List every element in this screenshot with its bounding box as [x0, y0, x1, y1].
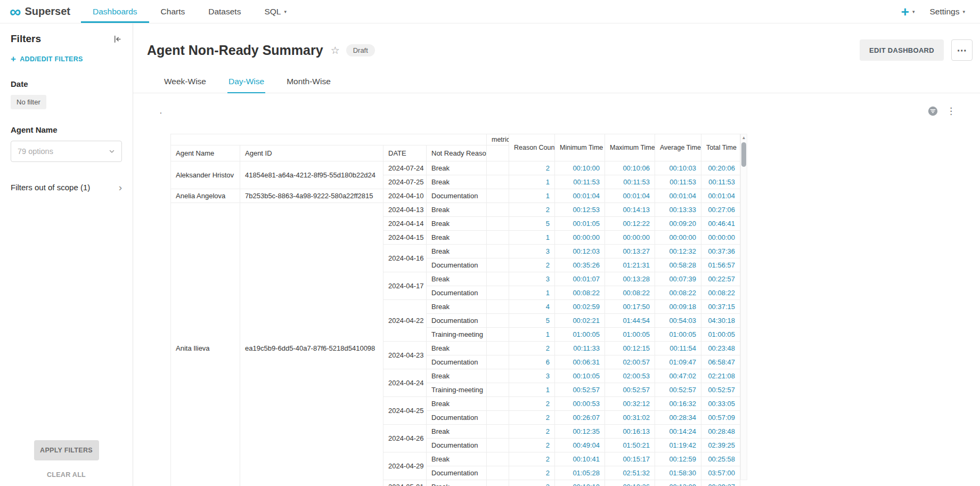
cell-date: 2024-07-25	[383, 175, 427, 189]
column-header-reason-count[interactable]: Reason Count	[509, 134, 555, 161]
cell-metric-spacer	[487, 369, 509, 383]
cell-not-ready-reason: Documentation	[427, 314, 487, 328]
nav-charts[interactable]: Charts	[149, 0, 197, 23]
cell-minimum-time: 00:35:26	[555, 258, 605, 272]
cell-metric-spacer	[487, 480, 509, 486]
cell-metric-spacer	[487, 314, 509, 328]
nav-dashboards-label: Dashboards	[93, 7, 137, 17]
cell-not-ready-reason: Documentation	[427, 439, 487, 452]
caret-down-icon: ▾	[284, 9, 287, 14]
tab-day-wise[interactable]: Day-Wise	[227, 71, 265, 93]
cell-minimum-time: 00:02:59	[555, 300, 605, 314]
add-edit-filters-label: ADD/EDIT FILTERS	[20, 55, 83, 63]
column-header-average-time[interactable]: Average Time	[655, 134, 701, 161]
star-icon[interactable]: ☆	[331, 44, 340, 56]
cell-not-ready-reason: Break	[427, 161, 487, 175]
cell-metric-spacer	[487, 383, 509, 397]
cell-metric-spacer	[487, 425, 509, 439]
scrollbar-thumb[interactable]	[741, 142, 746, 167]
column-header-minimum-time[interactable]: Minimum Time	[555, 134, 605, 161]
cell-total-time: 00:00:00	[701, 231, 740, 245]
cell-reason-count: 2	[509, 397, 555, 411]
column-header-agent-name[interactable]: Agent Name	[171, 145, 240, 161]
cell-minimum-time: 01:05:28	[555, 466, 605, 480]
cell-minimum-time: 00:00:53	[555, 397, 605, 411]
nav-dashboards[interactable]: Dashboards	[81, 0, 149, 23]
cell-total-time: 00:01:04	[701, 189, 740, 203]
settings-menu[interactable]: Settings▾	[929, 7, 965, 17]
cell-date: 2024-05-01	[383, 480, 427, 486]
cell-reason-count: 1	[509, 175, 555, 189]
nav-datasets[interactable]: Datasets	[197, 0, 252, 23]
cell-minimum-time: 00:10:41	[555, 452, 605, 466]
cell-minimum-time: 00:11:53	[555, 175, 605, 189]
scroll-up-icon[interactable]: ▲	[742, 134, 746, 141]
tab-day-wise-label: Day-Wise	[228, 77, 264, 86]
cell-total-time: 04:30:18	[701, 314, 740, 328]
filters-title: Filters	[11, 33, 41, 45]
cell-maximum-time: 00:13:27	[605, 245, 655, 258]
cell-maximum-time: 00:10:26	[605, 480, 655, 486]
collapse-sidebar-icon[interactable]	[113, 35, 122, 44]
agent-name-select[interactable]: 79 options	[11, 141, 122, 162]
cell-not-ready-reason: Break	[427, 342, 487, 355]
apply-filters-button[interactable]: APPLY FILTERS	[34, 440, 99, 460]
cell-maximum-time: 00:52:57	[605, 383, 655, 397]
cell-average-time: 00:14:24	[655, 425, 701, 439]
superset-logo[interactable]: ∞ Superset	[10, 0, 70, 23]
cell-not-ready-reason: Break	[427, 425, 487, 439]
dashboard-header: Agent Non-Ready Summary ☆ Draft EDIT DAS…	[133, 23, 980, 63]
cell-not-ready-reason: Training-meeting	[427, 383, 487, 397]
cell-not-ready-reason: Break	[427, 369, 487, 383]
content-area: Filters + ADD/EDIT FILTERS Date No filte…	[0, 23, 980, 486]
nav-sql[interactable]: SQL▾	[252, 0, 298, 23]
cell-average-time: 00:12:59	[655, 452, 701, 466]
cell-metric-spacer	[487, 189, 509, 203]
clear-all-button[interactable]: CLEAR ALL	[47, 471, 86, 479]
cell-reason-count: 6	[509, 355, 555, 369]
cell-maximum-time: 01:21:31	[605, 258, 655, 272]
cell-average-time: 00:13:33	[655, 203, 701, 217]
nav-right: +▾ Settings▾	[901, 0, 980, 23]
date-filter-chip[interactable]: No filter	[11, 95, 46, 109]
more-options-button[interactable]: ⋯	[951, 39, 973, 61]
cell-date: 2024-04-14	[383, 217, 427, 231]
cell-metric-spacer	[487, 300, 509, 314]
column-header-maximum-time[interactable]: Maximum Time	[605, 134, 655, 161]
cell-not-ready-reason: Documentation	[427, 258, 487, 272]
tab-week-wise[interactable]: Week-Wise	[163, 71, 207, 93]
cell-metric-spacer	[487, 272, 509, 286]
new-button[interactable]: +▾	[901, 5, 915, 19]
column-header-date[interactable]: DATE	[383, 145, 427, 161]
column-header-total-time[interactable]: Total Time	[701, 134, 740, 161]
filter-badge-icon[interactable]	[928, 106, 938, 116]
cell-average-time: 00:47:02	[655, 369, 701, 383]
cell-metric-spacer	[487, 258, 509, 272]
metric-axis-header: metric	[487, 134, 509, 145]
cell-maximum-time: 00:13:28	[605, 272, 655, 286]
chart-actions: ⋮	[928, 106, 956, 116]
cell-average-time: 00:11:53	[655, 175, 701, 189]
kebab-menu-icon[interactable]: ⋮	[946, 107, 956, 116]
cell-maximum-time: 00:10:06	[605, 161, 655, 175]
chevron-right-icon: ›	[119, 182, 122, 192]
cell-not-ready-reason: Break	[427, 203, 487, 217]
cell-metric-spacer	[487, 245, 509, 258]
top-nav: ∞ Superset Dashboards Charts Datasets SQ…	[0, 0, 980, 23]
settings-label: Settings	[929, 7, 959, 17]
column-header-not-ready-reason[interactable]: Not Ready Reason	[427, 145, 487, 161]
cell-minimum-time: 01:00:05	[555, 328, 605, 342]
edit-dashboard-button[interactable]: EDIT DASHBOARD	[860, 39, 944, 61]
cell-metric-spacer	[487, 439, 509, 452]
add-edit-filters-button[interactable]: + ADD/EDIT FILTERS	[11, 54, 122, 63]
cell-not-ready-reason: Break	[427, 245, 487, 258]
tab-month-wise[interactable]: Month-Wise	[285, 71, 332, 93]
table-scrollbar[interactable]: ▲	[740, 134, 747, 480]
column-header-agent-id[interactable]: Agent ID	[240, 145, 383, 161]
cell-metric-spacer	[487, 203, 509, 217]
cell-reason-count: 1	[509, 286, 555, 300]
agent-name-filter-label: Agent Name	[11, 125, 122, 134]
cell-maximum-time: 02:00:53	[605, 369, 655, 383]
cell-total-time: 00:57:09	[701, 411, 740, 425]
filters-out-of-scope[interactable]: Filters out of scope (1) ›	[11, 182, 122, 192]
